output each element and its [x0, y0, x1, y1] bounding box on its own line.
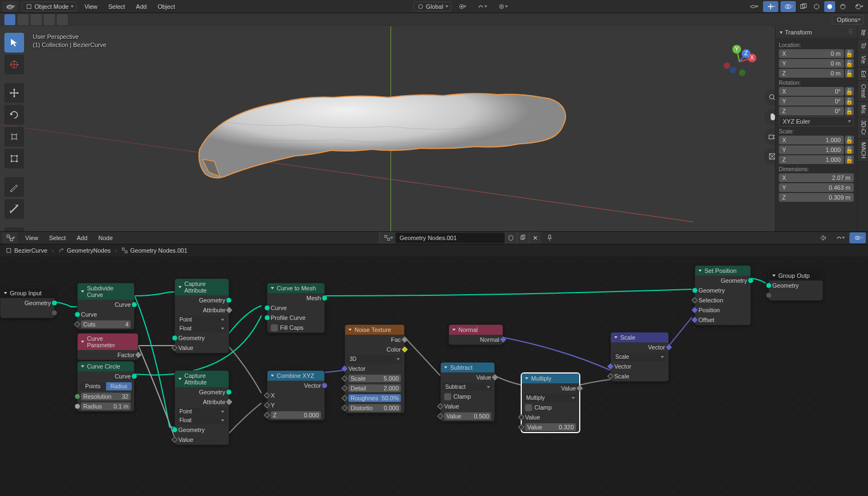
tab-item[interactable]: Ite — [858, 26, 868, 39]
snap-dropdown[interactable] — [472, 1, 490, 12]
unlink-nodegroup-icon[interactable]: ✕ — [529, 232, 541, 244]
gizmo-dropdown[interactable] — [763, 1, 778, 12]
type-dropdown[interactable]: Float — [177, 324, 226, 332]
node-noise-texture[interactable]: Noise Texture Fac Color 3D Vector Scale5… — [345, 324, 405, 413]
visibility-dropdown[interactable] — [745, 1, 761, 12]
node-normal[interactable]: Normal Normal — [448, 324, 503, 345]
node-curve-to-mesh[interactable]: Curve to Mesh Mesh Curve Profile Curve F… — [267, 283, 325, 333]
annotate-tool[interactable] — [4, 177, 24, 197]
node-curve-parameter[interactable]: Curve Parameter Factor — [77, 333, 138, 360]
editor-type-icon[interactable] — [2, 1, 18, 12]
parent-node-icon[interactable] — [818, 232, 829, 243]
3d-viewport[interactable]: User Perspective (1) Collection | Bezier… — [0, 26, 868, 231]
lock-icon[interactable]: 🔓 — [845, 87, 854, 96]
menu-select[interactable]: Select — [105, 3, 129, 10]
node-capture-attribute-1[interactable]: Capture Attribute Geometry Attribute Poi… — [174, 278, 229, 353]
domain-dropdown[interactable]: Point — [177, 407, 226, 416]
add-cube-tool[interactable] — [4, 227, 24, 231]
tab-3dcr[interactable]: 3D-Cr — [858, 117, 868, 139]
node-curve-circle[interactable]: Curve Circle Curve PointsRadius Resoluti… — [77, 361, 135, 412]
node-editor-area[interactable]: Group Input Geometry Subdivide Curve Cur… — [0, 256, 868, 496]
xray-icon[interactable] — [798, 1, 809, 12]
nav-gizmo[interactable]: X Y Z — [720, 43, 759, 81]
vector-op-dropdown[interactable]: Scale — [613, 353, 666, 361]
rot-x[interactable]: X0° — [779, 87, 844, 96]
node-group-input[interactable]: Group Input Geometry — [0, 288, 55, 318]
node-menu-view[interactable]: View — [22, 235, 42, 241]
menu-view[interactable]: View — [81, 3, 101, 10]
node-group-output[interactable]: Group Outp Geometry — [768, 270, 823, 301]
tab-tool[interactable]: To — [858, 39, 868, 52]
nodegroup-browse-icon[interactable] — [379, 232, 395, 244]
pin-icon[interactable] — [544, 232, 555, 243]
shading-rendered-icon[interactable] — [850, 1, 866, 12]
node-menu-node[interactable]: Node — [95, 235, 116, 241]
node-subdivide-curve[interactable]: Subdivide Curve Curve Curve Cuts4 — [77, 283, 135, 330]
scale-z[interactable]: Z1.000 — [779, 155, 844, 164]
select-intersect-icon[interactable] — [57, 14, 68, 25]
measure-tool[interactable] — [4, 199, 24, 219]
node-vector-scale[interactable]: Scale Vector Scale Vector Scale — [610, 332, 669, 382]
clamp-checkbox[interactable] — [444, 393, 451, 400]
transform-panel-header[interactable]: ▾Transform ⠿ — [776, 26, 857, 38]
dim-y[interactable]: Y0.463 m — [779, 183, 854, 192]
node-capture-attribute-2[interactable]: Capture Attribute Geometry Attribute Poi… — [174, 370, 229, 445]
pivot-dropdown[interactable] — [455, 1, 469, 12]
transform-tool[interactable] — [4, 149, 24, 168]
shading-wire-icon[interactable] — [811, 1, 822, 12]
select-box-icon[interactable] — [4, 14, 15, 25]
snap-node-dropdown[interactable] — [831, 232, 847, 243]
tab-edit[interactable]: Ed — [858, 67, 868, 81]
noise-dim-dropdown[interactable]: 3D — [347, 355, 402, 363]
lock-icon[interactable]: 🔓 — [845, 145, 854, 154]
pin-shield-icon[interactable] — [505, 232, 517, 244]
type-dropdown[interactable]: Float — [177, 416, 226, 424]
fill-caps-checkbox[interactable] — [271, 324, 278, 331]
scale-x[interactable]: X1.000 — [779, 136, 844, 144]
tab-view[interactable]: Vie — [858, 52, 868, 67]
math-op-dropdown[interactable]: Multiply — [524, 394, 577, 402]
overlay-node-dropdown[interactable] — [849, 232, 866, 243]
lock-icon[interactable]: 🔓 — [845, 155, 854, 164]
lock-icon[interactable]: 🔓 — [845, 49, 854, 58]
lock-icon[interactable]: 🔓 — [845, 59, 854, 68]
bc-modifier[interactable]: GeometryNodes — [58, 247, 110, 254]
rotate-tool[interactable] — [4, 105, 24, 125]
math-op-dropdown[interactable]: Subtract — [443, 383, 492, 391]
rot-z[interactable]: Z0° — [779, 107, 844, 115]
menu-add[interactable]: Add — [133, 3, 150, 10]
tab-mach[interactable]: MACH — [858, 139, 868, 162]
select-extend-icon[interactable] — [18, 14, 28, 25]
scale-y[interactable]: Y1.000 — [779, 145, 844, 154]
node-combine-xyz[interactable]: Combine XYZ Vector X Y Z0.000 — [267, 370, 325, 421]
mode-dropdown[interactable]: Object Mode — [22, 2, 77, 11]
loc-z[interactable]: Z0 m — [779, 69, 844, 78]
dim-x[interactable]: X2.07 m — [779, 173, 854, 182]
dim-z[interactable]: Z0.309 m — [779, 193, 854, 202]
loc-y[interactable]: Y0 m — [779, 59, 844, 68]
tab-create[interactable]: Creat — [858, 81, 868, 101]
overlay-dropdown[interactable] — [780, 1, 796, 12]
proportional-dropdown[interactable] — [493, 1, 510, 12]
lock-icon[interactable]: 🔓 — [845, 107, 854, 115]
node-menu-add[interactable]: Add — [73, 235, 91, 241]
shading-solid-icon[interactable] — [824, 1, 835, 12]
bc-nodegroup[interactable]: Geometry Nodes.001 — [121, 247, 188, 254]
tab-mis[interactable]: Mis — [858, 102, 868, 118]
scale-tool[interactable] — [4, 127, 24, 147]
node-multiply[interactable]: Multiply Value Multiply Clamp Value Valu… — [521, 373, 580, 433]
menu-object[interactable]: Object — [154, 3, 178, 10]
options-dropdown[interactable]: Options — [832, 15, 864, 25]
rotation-mode-dropdown[interactable]: XYZ Euler — [779, 116, 854, 126]
move-tool[interactable] — [4, 83, 24, 103]
shading-material-icon[interactable] — [837, 1, 848, 12]
lock-icon[interactable]: 🔓 — [845, 136, 854, 144]
node-subtract[interactable]: Subtract Value Subtract Clamp Value Valu… — [440, 362, 495, 422]
select-invert-icon[interactable] — [44, 14, 55, 25]
clamp-checkbox[interactable] — [525, 404, 532, 411]
nodegroup-name-input[interactable] — [395, 233, 505, 243]
node-menu-select[interactable]: Select — [46, 235, 69, 241]
editor-type-node-icon[interactable] — [2, 232, 18, 243]
domain-dropdown[interactable]: Point — [177, 316, 226, 324]
lock-icon[interactable]: 🔓 — [845, 97, 854, 106]
